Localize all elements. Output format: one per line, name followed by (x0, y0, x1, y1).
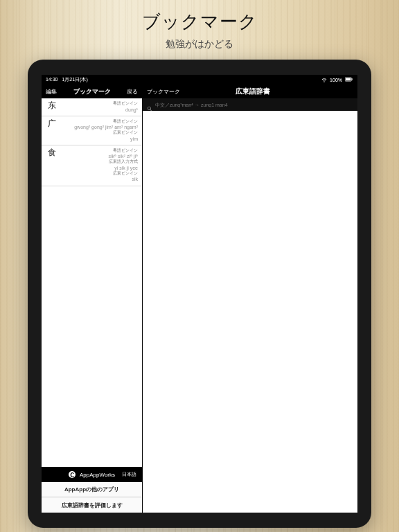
entry-char: 东 (46, 101, 58, 113)
status-left: 14:30 1月21日(木) (46, 76, 88, 83)
entry-value: sik⁶ sik² zi⁶ ji⁶ (58, 153, 138, 159)
bookmark-navbar: 編集 ブックマーク 戻る (42, 85, 142, 98)
tablet-frame: 14:30 1月21日(木) 100% 編集 ブックマーク 戻る (28, 60, 371, 528)
entry-label: 広東語入力方式 (58, 159, 138, 165)
status-date: 1月21日(木) (62, 77, 87, 82)
other-apps-button[interactable]: AppAppの他のアプリ (42, 482, 142, 497)
entry-char: 食 (46, 148, 58, 183)
list-item[interactable]: 食粤語ピンインsik⁶ sik² zi⁶ ji⁶広東語入力方式yi sik ji… (42, 145, 142, 186)
entry-value: gwong² gong² jim² am² ngam² (58, 124, 138, 130)
language-button[interactable]: 日本語 (122, 471, 136, 478)
entry-char: 广 (46, 119, 58, 142)
search-bar[interactable] (143, 98, 357, 111)
status-right: 100% (321, 77, 353, 83)
entry-label: 広東ピンイン (58, 130, 138, 136)
svg-rect-2 (352, 78, 353, 80)
hero-subtitle: 勉強がはかどる (0, 38, 399, 51)
entry-lines: 粤語ピンインdung¹ (58, 101, 138, 113)
list-item[interactable]: 广粤語ピンインgwong² gong² jim² am² ngam²広東ピンイン… (42, 116, 142, 145)
entry-value: yi sik ji yee (58, 165, 138, 171)
dictionary-body (143, 111, 357, 513)
entry-lines: 粤語ピンインgwong² gong² jim² am² ngam²広東ピンインy… (58, 119, 138, 142)
entry-label: 粤語ピンイン (58, 148, 138, 154)
entry-lines: 粤語ピンインsik⁶ sik² zi⁶ ji⁶広東語入力方式yi sik ji … (58, 148, 138, 183)
list-item[interactable]: 东粤語ピンインdung¹ (42, 98, 142, 116)
dictionary-pane: ブックマーク 広東語辞書 (143, 85, 357, 513)
bookmark-list[interactable]: 东粤語ピンインdung¹广粤語ピンインgwong² gong² jim² am²… (42, 98, 142, 467)
wifi-icon (321, 77, 327, 83)
dictionary-navbar: ブックマーク 広東語辞書 (143, 85, 357, 98)
svg-rect-1 (346, 78, 351, 80)
entry-value: dung¹ (58, 107, 138, 113)
dictionary-title: 広東語辞書 (180, 87, 326, 96)
hero-header: ブックマーク 勉強がはかどる (0, 0, 399, 51)
rate-app-button[interactable]: 広東語辞書を評価します (42, 497, 142, 513)
status-time: 14:30 (46, 77, 58, 82)
bookmark-title: ブックマーク (57, 87, 127, 96)
back-button[interactable]: 戻る (127, 88, 138, 96)
bookmark-nav-button[interactable]: ブックマーク (147, 88, 180, 96)
app-root: 編集 ブックマーク 戻る 东粤語ピンインdung¹广粤語ピンインgwong² g… (42, 85, 357, 513)
entry-label: 広東ピンイン (58, 171, 138, 177)
entry-value: sik (58, 176, 138, 182)
entry-value: yim (58, 136, 138, 142)
search-input[interactable] (155, 103, 353, 107)
status-bar: 14:30 1月21日(木) 100% (42, 75, 357, 85)
tablet-screen: 14:30 1月21日(木) 100% 編集 ブックマーク 戻る (42, 75, 357, 513)
edit-button[interactable]: 編集 (46, 88, 57, 96)
entry-label: 粤語ピンイン (58, 101, 138, 107)
status-battery: 100% (330, 78, 342, 82)
bookmark-pane: 編集 ブックマーク 戻る 东粤語ピンインdung¹广粤語ピンインgwong² g… (42, 85, 143, 513)
search-icon (147, 102, 152, 107)
battery-icon (345, 77, 353, 82)
hero-title: ブックマーク (0, 10, 399, 34)
brand-name: AppAppWorks (80, 472, 115, 478)
entry-label: 粤語ピンイン (58, 119, 138, 125)
footer-brand-bar[interactable]: AppAppWorks 日本語 (42, 467, 142, 482)
brand-logo-icon (69, 471, 76, 478)
